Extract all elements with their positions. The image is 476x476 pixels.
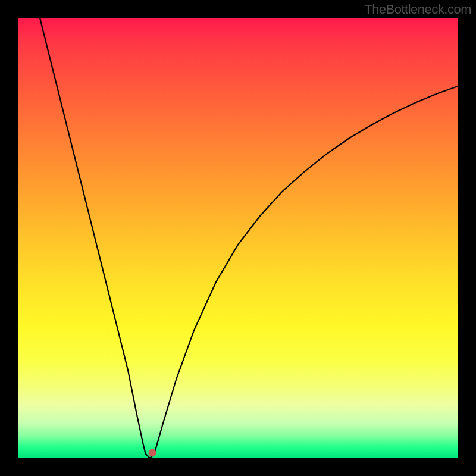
chart-frame: TheBottleneck.com — [0, 0, 476, 476]
bottleneck-curve — [18, 18, 458, 458]
watermark-text: TheBottleneck.com — [364, 2, 471, 17]
minimum-marker — [148, 449, 156, 457]
plot-area — [18, 18, 458, 458]
